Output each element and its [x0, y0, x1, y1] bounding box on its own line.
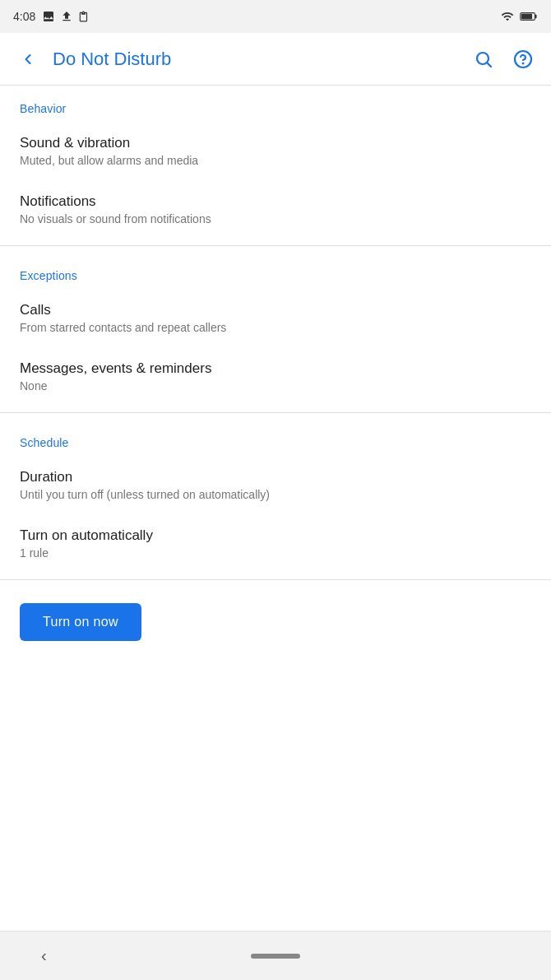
status-bar-right — [500, 10, 538, 23]
svg-rect-1 — [535, 15, 536, 18]
section-exceptions: Exceptions Calls From starred contacts a… — [0, 253, 551, 406]
turn-on-automatically-item[interactable]: Turn on automatically 1 rule — [0, 514, 551, 573]
calls-subtitle: From starred contacts and repeat callers — [20, 321, 531, 334]
messages-events-title: Messages, events & reminders — [20, 360, 531, 377]
help-button[interactable] — [505, 41, 541, 77]
turn-on-now-button[interactable]: Turn on now — [20, 603, 141, 641]
help-icon — [513, 49, 533, 69]
page-title: Do Not Disturb — [53, 49, 465, 70]
section-header-behavior: Behavior — [0, 86, 551, 122]
wifi-icon — [500, 10, 515, 23]
button-area: Turn on now — [0, 587, 551, 657]
notifications-subtitle: No visuals or sound from notifications — [20, 212, 531, 225]
duration-item[interactable]: Duration Until you turn off (unless turn… — [0, 456, 551, 514]
turn-on-automatically-title: Turn on automatically — [20, 527, 531, 544]
calls-title: Calls — [20, 302, 531, 318]
divider-schedule-button — [0, 579, 551, 580]
notifications-item[interactable]: Notifications No visuals or sound from n… — [0, 180, 551, 239]
clipboard-status-icon — [78, 10, 90, 23]
section-behavior: Behavior Sound & vibration Muted, but al… — [0, 86, 551, 239]
search-icon — [474, 49, 493, 69]
back-arrow-icon — [20, 51, 36, 67]
photo-status-icon — [42, 10, 55, 23]
turn-on-automatically-subtitle: 1 rule — [20, 546, 531, 560]
section-schedule: Schedule Duration Until you turn off (un… — [0, 420, 551, 573]
svg-rect-2 — [521, 14, 532, 20]
bottom-back-button[interactable]: ‹ — [41, 946, 47, 965]
notifications-title: Notifications — [20, 193, 531, 210]
main-content: Behavior Sound & vibration Muted, but al… — [0, 86, 551, 931]
messages-events-item[interactable]: Messages, events & reminders None — [0, 347, 551, 406]
sound-vibration-title: Sound & vibration — [20, 135, 531, 151]
app-bar-actions — [465, 41, 541, 77]
calls-item[interactable]: Calls From starred contacts and repeat c… — [0, 289, 551, 347]
section-header-schedule: Schedule — [0, 420, 551, 456]
divider-exceptions-schedule — [0, 412, 551, 413]
battery-icon — [520, 11, 538, 22]
svg-line-4 — [488, 63, 491, 66]
status-icons — [42, 10, 90, 23]
home-indicator — [251, 954, 300, 959]
bottom-nav-bar: ‹ — [0, 931, 551, 980]
sound-vibration-item[interactable]: Sound & vibration Muted, but allow alarm… — [0, 122, 551, 180]
duration-title: Duration — [20, 469, 531, 485]
search-button[interactable] — [465, 41, 502, 77]
app-bar: Do Not Disturb — [0, 33, 551, 86]
back-button[interactable] — [10, 41, 46, 77]
divider-behavior-exceptions — [0, 245, 551, 246]
section-header-exceptions: Exceptions — [0, 253, 551, 289]
duration-subtitle: Until you turn off (unless turned on aut… — [20, 488, 531, 501]
status-bar: 4:08 — [0, 0, 551, 33]
messages-events-subtitle: None — [20, 379, 531, 392]
status-time: 4:08 — [13, 10, 35, 23]
sound-vibration-subtitle: Muted, but allow alarms and media — [20, 154, 531, 167]
upload-status-icon — [60, 10, 73, 23]
